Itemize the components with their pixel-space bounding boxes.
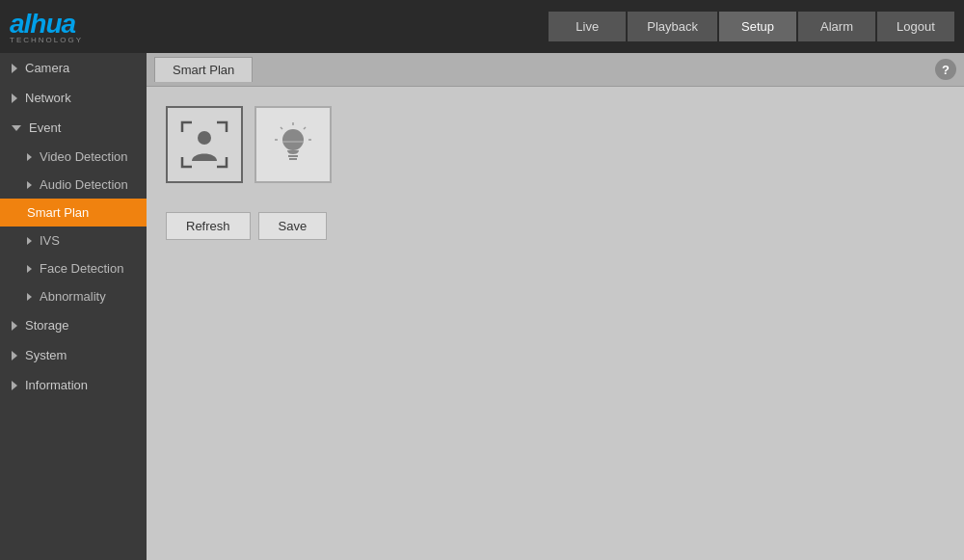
information-arrow-icon xyxy=(12,381,17,390)
face-plan-icon-box[interactable] xyxy=(166,106,243,183)
svg-line-5 xyxy=(304,127,306,129)
nav-setup[interactable]: Setup xyxy=(719,12,796,41)
sidebar-label-camera: Camera xyxy=(25,61,69,75)
content-area: Smart Plan ? xyxy=(147,53,964,560)
nav-logout[interactable]: Logout xyxy=(877,12,954,41)
sidebar-item-storage[interactable]: Storage xyxy=(0,310,147,340)
icon-grid xyxy=(166,106,945,183)
sidebar-label-abnormality: Abnormality xyxy=(40,289,106,304)
sidebar-label-ivs: IVS xyxy=(40,233,60,248)
sidebar-item-smart-plan[interactable]: Smart Plan xyxy=(0,199,147,227)
content-header: Smart Plan ? xyxy=(147,53,964,87)
light-bulb-icon xyxy=(269,120,317,169)
sidebar-label-information: Information xyxy=(25,378,88,392)
sidebar-label-system: System xyxy=(25,348,67,362)
system-arrow-icon xyxy=(12,351,17,360)
save-button[interactable]: Save xyxy=(258,212,328,240)
video-detection-arrow-icon xyxy=(27,153,32,161)
abnormality-arrow-icon xyxy=(27,293,32,301)
sidebar-item-ivs[interactable]: IVS xyxy=(0,227,147,254)
logo: alhua TECHNOLOGY xyxy=(10,9,154,44)
sidebar-item-system[interactable]: System xyxy=(0,340,147,370)
sidebar-item-video-detection[interactable]: Video Detection xyxy=(0,143,147,171)
smart-plan-body: Refresh Save xyxy=(147,87,964,560)
sidebar-label-face-detection: Face Detection xyxy=(40,261,123,276)
sidebar-label-video-detection: Video Detection xyxy=(40,149,128,164)
nav-alarm[interactable]: Alarm xyxy=(798,12,875,41)
refresh-button[interactable]: Refresh xyxy=(166,212,251,240)
help-button[interactable]: ? xyxy=(935,59,956,80)
audio-detection-arrow-icon xyxy=(27,181,32,189)
sidebar-item-audio-detection[interactable]: Audio Detection xyxy=(0,171,147,199)
sidebar-item-camera[interactable]: Camera xyxy=(0,53,147,83)
camera-arrow-icon xyxy=(12,64,17,73)
sidebar-item-face-detection[interactable]: Face Detection xyxy=(0,254,147,282)
nav-live[interactable]: Live xyxy=(549,12,626,41)
svg-point-1 xyxy=(282,129,304,150)
sidebar-label-network: Network xyxy=(25,91,71,105)
sidebar-label-smart-plan: Smart Plan xyxy=(27,205,89,220)
sidebar-item-information[interactable]: Information xyxy=(0,370,147,400)
svg-point-0 xyxy=(198,131,211,145)
logo-text: alhua xyxy=(10,9,75,39)
face-detection-arrow-icon xyxy=(27,265,32,273)
light-plan-icon-box[interactable] xyxy=(254,106,332,183)
ivs-arrow-icon xyxy=(27,237,32,245)
header: alhua TECHNOLOGY Live Playback Setup Ala… xyxy=(0,0,964,53)
nav-playback[interactable]: Playback xyxy=(628,12,717,41)
main-layout: Camera Network Event Video Detection Aud… xyxy=(0,53,964,560)
sidebar-item-event[interactable]: Event xyxy=(0,113,147,143)
sidebar-label-audio-detection: Audio Detection xyxy=(40,177,128,192)
svg-line-7 xyxy=(281,127,282,129)
event-arrow-icon xyxy=(12,125,21,131)
sidebar-item-network[interactable]: Network xyxy=(0,83,147,113)
nav-buttons: Live Playback Setup Alarm Logout xyxy=(549,12,954,41)
logo-sub: TECHNOLOGY xyxy=(10,36,83,44)
sidebar-label-event: Event xyxy=(29,120,61,135)
smart-plan-tab[interactable]: Smart Plan xyxy=(154,57,253,82)
face-detection-icon xyxy=(180,120,228,169)
sidebar-label-storage: Storage xyxy=(25,318,69,333)
storage-arrow-icon xyxy=(12,321,17,331)
sidebar-item-abnormality[interactable]: Abnormality xyxy=(0,282,147,310)
sidebar: Camera Network Event Video Detection Aud… xyxy=(0,53,147,560)
action-buttons: Refresh Save xyxy=(166,212,945,240)
network-arrow-icon xyxy=(12,93,17,103)
